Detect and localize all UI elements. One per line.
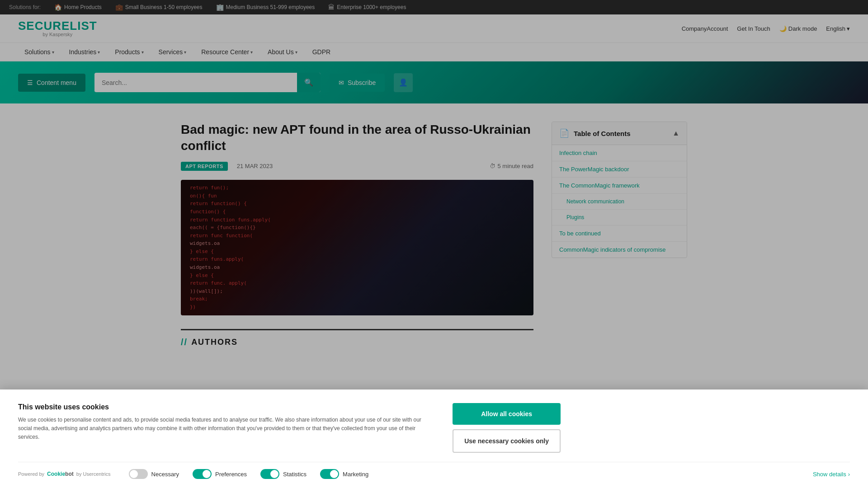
article-title: Bad magic: new APT found in the area of … bbox=[181, 122, 533, 155]
subscribe-label: Subscribe bbox=[348, 79, 376, 86]
authors-section: AUTHORS bbox=[181, 329, 533, 347]
nav-industries[interactable]: Industries ▾ bbox=[63, 43, 107, 61]
site-header: SECURELIST by Kaspersky CompanyAccount G… bbox=[0, 14, 868, 43]
chevron-down-icon: ▾ bbox=[142, 50, 144, 55]
search-icon: 🔍 bbox=[304, 79, 313, 86]
read-time-label: 5 minute read bbox=[498, 163, 534, 169]
table-of-contents: 📄 Table of Contents ▲ Infection chain Th… bbox=[552, 122, 687, 258]
toc-collapse-button[interactable]: ▲ bbox=[672, 129, 679, 137]
toc-item-commonmagic[interactable]: The CommonMagic framework bbox=[552, 178, 687, 194]
main-content: Bad magic: new APT found in the area of … bbox=[163, 103, 705, 347]
language-selector[interactable]: English ▾ bbox=[826, 25, 850, 32]
toc-item-infection-chain[interactable]: Infection chain bbox=[552, 145, 687, 161]
medium-biz-icon: 🏢 bbox=[216, 4, 224, 11]
home-icon: 🏠 bbox=[54, 4, 62, 11]
user-account-button[interactable]: 👤 bbox=[394, 73, 413, 92]
enterprise-icon: 🏛 bbox=[328, 4, 335, 11]
chevron-down-icon: ▾ bbox=[847, 25, 850, 32]
get-in-touch-link[interactable]: Get In Touch bbox=[737, 25, 770, 32]
toc-item-network-comm[interactable]: Network communication bbox=[552, 194, 687, 210]
company-account-link[interactable]: CompanyAccount bbox=[682, 25, 728, 32]
content-menu-button[interactable]: ☰ Content menu bbox=[18, 74, 85, 92]
content-menu-label: Content menu bbox=[37, 79, 76, 86]
article-hero-image: return fun(); on(){ fun return function(… bbox=[181, 180, 533, 315]
toc-header: 📄 Table of Contents ▲ bbox=[552, 122, 687, 145]
toc-item-plugins[interactable]: Plugins bbox=[552, 210, 687, 225]
nav-solutions[interactable]: Solutions ▾ bbox=[18, 43, 61, 61]
language-label: English bbox=[826, 25, 845, 32]
nav-gdpr[interactable]: GDPR bbox=[306, 43, 337, 61]
top-link-home-label: Home Products bbox=[64, 4, 102, 10]
top-bar: Solutions for: 🏠 Home Products 💼 Small B… bbox=[0, 0, 868, 14]
solutions-label: Solutions for: bbox=[9, 4, 41, 10]
article-meta: APT REPORTS 21 MAR 2023 ⏱ 5 minute read bbox=[181, 162, 533, 171]
dark-mode-toggle[interactable]: 🌙 Dark mode bbox=[779, 25, 817, 32]
top-link-home[interactable]: 🏠 Home Products bbox=[54, 4, 102, 11]
logo-kaspersky: by Kaspersky bbox=[18, 32, 97, 37]
top-link-medium-biz-label: Medium Business 51-999 employees bbox=[226, 4, 315, 10]
chevron-down-icon: ▾ bbox=[295, 50, 297, 55]
dark-mode-label: Dark mode bbox=[788, 25, 817, 32]
small-biz-icon: 💼 bbox=[115, 4, 123, 11]
header-right: CompanyAccount Get In Touch 🌙 Dark mode … bbox=[682, 25, 850, 32]
article-date: 21 MAR 2023 bbox=[237, 163, 273, 169]
logo[interactable]: SECURELIST by Kaspersky bbox=[18, 20, 97, 37]
search-button[interactable]: 🔍 bbox=[297, 73, 321, 92]
top-link-small-biz[interactable]: 💼 Small Business 1-50 employees bbox=[115, 4, 203, 11]
hamburger-icon: ☰ bbox=[27, 79, 33, 86]
search-input[interactable] bbox=[94, 74, 297, 92]
toc-item-to-be-continued[interactable]: To be continued bbox=[552, 225, 687, 242]
search-bar: 🔍 bbox=[94, 73, 321, 92]
authors-label: AUTHORS bbox=[181, 337, 533, 347]
top-link-enterprise[interactable]: 🏛 Enterprise 1000+ employees bbox=[328, 4, 406, 11]
hero-section: ☰ Content menu 🔍 ✉ Subscribe 👤 bbox=[0, 61, 868, 103]
logo-list: LIST bbox=[70, 20, 97, 32]
toc-item-powermagic[interactable]: The PowerMagic backdoor bbox=[552, 161, 687, 178]
read-time: ⏱ 5 minute read bbox=[490, 163, 534, 169]
subscribe-button[interactable]: ✉ Subscribe bbox=[330, 74, 385, 92]
top-link-medium-biz[interactable]: 🏢 Medium Business 51-999 employees bbox=[216, 4, 315, 11]
top-link-small-biz-label: Small Business 1-50 employees bbox=[125, 4, 203, 10]
toc-icon: 📄 bbox=[559, 128, 569, 138]
nav-about-us[interactable]: About Us ▾ bbox=[261, 43, 304, 61]
toc-title: 📄 Table of Contents bbox=[559, 128, 631, 138]
sidebar: 📄 Table of Contents ▲ Infection chain Th… bbox=[552, 122, 687, 347]
toc-title-label: Table of Contents bbox=[574, 130, 631, 137]
user-icon: 👤 bbox=[399, 78, 408, 87]
toc-item-indicators[interactable]: CommonMagic indicators of compromise bbox=[552, 242, 687, 258]
nav-resource-center[interactable]: Resource Center ▾ bbox=[195, 43, 259, 61]
authors-text: AUTHORS bbox=[191, 338, 238, 347]
chevron-down-icon: ▾ bbox=[98, 50, 100, 55]
chevron-down-icon: ▾ bbox=[184, 50, 186, 55]
top-link-enterprise-label: Enterprise 1000+ employees bbox=[337, 4, 406, 10]
clock-icon: ⏱ bbox=[490, 163, 495, 169]
article-area: Bad magic: new APT found in the area of … bbox=[181, 122, 533, 347]
logo-secure: SECURE bbox=[18, 20, 70, 32]
apt-reports-tag[interactable]: APT REPORTS bbox=[181, 162, 228, 171]
main-nav: Solutions ▾ Industries ▾ Products ▾ Serv… bbox=[0, 43, 868, 61]
nav-products[interactable]: Products ▾ bbox=[108, 43, 150, 61]
envelope-icon: ✉ bbox=[339, 79, 344, 86]
nav-services[interactable]: Services ▾ bbox=[152, 43, 193, 61]
code-overlay: return fun(); on(){ fun return function(… bbox=[181, 180, 533, 315]
chevron-down-icon: ▾ bbox=[52, 50, 54, 55]
chevron-down-icon: ▾ bbox=[250, 50, 253, 55]
moon-icon: 🌙 bbox=[779, 25, 787, 32]
